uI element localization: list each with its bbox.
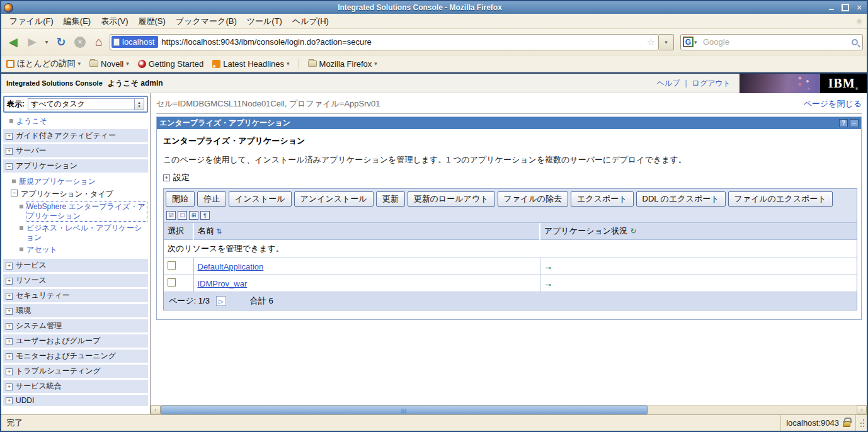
- maximize-button[interactable]: [840, 3, 850, 12]
- bookmark-latest-headlines[interactable]: Latest Headlines ▾: [212, 59, 289, 69]
- expand-icon[interactable]: [6, 308, 13, 315]
- export-file-button[interactable]: ファイルのエクスポート: [728, 191, 833, 207]
- home-button[interactable]: ⌂: [91, 34, 107, 50]
- expand-icon[interactable]: [6, 397, 13, 404]
- start-button[interactable]: 開始: [166, 191, 195, 207]
- bookmark-star-icon[interactable]: ☆: [647, 37, 657, 48]
- sidebar-item-business-level-applications[interactable]: ビジネス・レベル・アプリケーション: [3, 222, 148, 244]
- sort-icon[interactable]: ⇅: [214, 227, 222, 235]
- menu-view[interactable]: 表示(V): [96, 14, 132, 28]
- select-stepper-icon[interactable]: ▲▼: [134, 99, 144, 110]
- next-page-button[interactable]: ▷: [216, 296, 226, 306]
- url-text[interactable]: https://localhost:9043/ibm/console/login…: [158, 37, 646, 47]
- sidebar-section-service-integration[interactable]: サービス統合: [3, 380, 148, 393]
- bookmark-most-visited[interactable]: ほとんどの訪問 ▾: [6, 58, 81, 69]
- scroll-left-icon[interactable]: ‹: [151, 406, 161, 414]
- task-filter-select[interactable]: すべてのタスク ▲▼: [28, 98, 144, 110]
- expand-icon[interactable]: [6, 133, 13, 140]
- expand-icon[interactable]: [6, 278, 13, 285]
- search-input[interactable]: [700, 37, 852, 47]
- column-header-name[interactable]: 名前⇅: [193, 223, 540, 240]
- secure-host-indicator[interactable]: localhost:9043: [780, 415, 855, 431]
- expand-icon[interactable]: [6, 384, 13, 390]
- expand-icon[interactable]: [163, 174, 170, 181]
- scrollbar-thumb[interactable]: |||: [161, 406, 648, 414]
- status-legend-icon[interactable]: ↻: [627, 227, 636, 236]
- sidebar-section-environment[interactable]: 環境: [3, 304, 148, 317]
- sidebar-section-uddi[interactable]: UDDI: [3, 395, 148, 406]
- resize-grip[interactable]: [855, 415, 867, 431]
- expand-icon[interactable]: [6, 148, 13, 155]
- close-page-link[interactable]: ページを閉じる: [803, 98, 862, 110]
- sidebar-branch-application-types[interactable]: アプリケーション・タイプ: [3, 188, 148, 201]
- scroll-right-icon[interactable]: ›: [857, 406, 867, 414]
- expand-icon[interactable]: [6, 323, 13, 330]
- expand-icon[interactable]: [6, 338, 13, 345]
- menu-bookmarks[interactable]: ブックマーク(B): [171, 14, 241, 28]
- sidebar-section-guided-activities[interactable]: ガイド付きアクティビティー: [3, 129, 148, 142]
- menu-history[interactable]: 履歴(S): [134, 14, 170, 28]
- sidebar-section-security[interactable]: セキュリティー: [3, 289, 148, 302]
- search-engine-dropdown-icon[interactable]: ▾: [693, 39, 700, 45]
- forward-button[interactable]: ▶: [24, 34, 40, 50]
- uninstall-button[interactable]: アンインストール: [294, 191, 374, 207]
- show-filter-icon[interactable]: ⊞: [189, 211, 198, 220]
- bookmark-novell[interactable]: Novell ▾: [89, 59, 129, 69]
- expand-icon[interactable]: [6, 293, 13, 300]
- clear-filter-icon[interactable]: ¶: [200, 211, 210, 220]
- search-engine-icon[interactable]: G: [683, 37, 693, 47]
- logout-link[interactable]: ログアウト: [692, 78, 731, 89]
- reload-button[interactable]: ↻: [53, 34, 69, 50]
- select-all-icon[interactable]: ☑: [166, 211, 176, 220]
- sidebar-item-assets[interactable]: アセット: [3, 244, 148, 256]
- sidebar-section-system-administration[interactable]: システム管理: [3, 319, 148, 333]
- minimize-button[interactable]: [826, 3, 837, 12]
- sidebar-section-services[interactable]: サービス: [3, 259, 148, 272]
- stop-button-action[interactable]: 停止: [197, 191, 226, 207]
- expand-icon[interactable]: [6, 353, 13, 360]
- site-identity-chip[interactable]: localhost: [111, 36, 158, 48]
- history-dropdown-icon[interactable]: ▾: [43, 34, 50, 50]
- sidebar-section-resources[interactable]: リソース: [3, 274, 148, 287]
- sidebar-item-new-application[interactable]: 新規アプリケーション: [3, 176, 148, 188]
- install-button[interactable]: インストール: [229, 191, 292, 207]
- stop-button[interactable]: ✕: [72, 34, 88, 50]
- help-link[interactable]: ヘルプ: [657, 78, 680, 89]
- sidebar-item-websphere-enterprise-applications[interactable]: WebSphere エンタープライズ・アプリケーション: [3, 201, 148, 222]
- export-ddl-button[interactable]: DDL のエクスポート: [636, 191, 726, 207]
- sidebar-section-applications[interactable]: アプリケーション: [3, 159, 148, 173]
- url-dropdown-button[interactable]: ▾: [659, 34, 674, 50]
- remove-file-button[interactable]: ファイルの除去: [498, 191, 569, 207]
- bookmark-mozilla-firefox[interactable]: Mozilla Firefox ▾: [308, 59, 377, 69]
- sidebar-item-welcome[interactable]: ようこそ: [3, 115, 148, 127]
- back-button[interactable]: ◀: [5, 34, 21, 50]
- sidebar-section-servers[interactable]: サーバー: [3, 144, 148, 157]
- expand-icon[interactable]: [6, 368, 13, 375]
- preferences-toggle[interactable]: 設定: [163, 172, 857, 183]
- update-button[interactable]: 更新: [376, 191, 405, 207]
- sidebar-section-users-and-groups[interactable]: ユーザーおよびグループ: [3, 334, 148, 348]
- row-checkbox[interactable]: [168, 278, 176, 287]
- url-bar[interactable]: localhost https://localhost:9043/ibm/con…: [110, 34, 659, 50]
- menu-help[interactable]: ヘルプ(H): [288, 14, 333, 28]
- menu-edit[interactable]: 編集(E): [59, 14, 95, 28]
- menu-file[interactable]: ファイル(F): [5, 14, 58, 28]
- expand-icon[interactable]: [6, 263, 13, 270]
- panel-help-button[interactable]: ?: [839, 119, 848, 127]
- horizontal-scrollbar[interactable]: ‹ ||| ›: [151, 405, 867, 414]
- export-button[interactable]: エクスポート: [571, 191, 634, 207]
- search-icon[interactable]: [852, 39, 858, 45]
- rollout-update-button[interactable]: 更新のロールアウト: [408, 191, 495, 207]
- application-link[interactable]: DefaultApplication: [198, 262, 264, 271]
- panel-minimize-button[interactable]: −: [850, 119, 859, 127]
- sidebar-section-troubleshooting[interactable]: トラブルシューティング: [3, 365, 148, 378]
- application-link[interactable]: IDMProv_war: [198, 279, 248, 288]
- collapse-icon[interactable]: [11, 190, 18, 196]
- menu-tools[interactable]: ツール(T): [243, 14, 287, 28]
- sidebar-section-monitoring-and-tuning[interactable]: モニターおよびチューニング: [3, 350, 148, 363]
- deselect-all-icon[interactable]: ☐: [178, 211, 187, 220]
- row-checkbox[interactable]: [168, 261, 176, 270]
- search-bar[interactable]: G ▾: [680, 34, 863, 50]
- bookmark-getting-started[interactable]: Getting Started: [138, 59, 203, 69]
- close-button[interactable]: [854, 3, 864, 12]
